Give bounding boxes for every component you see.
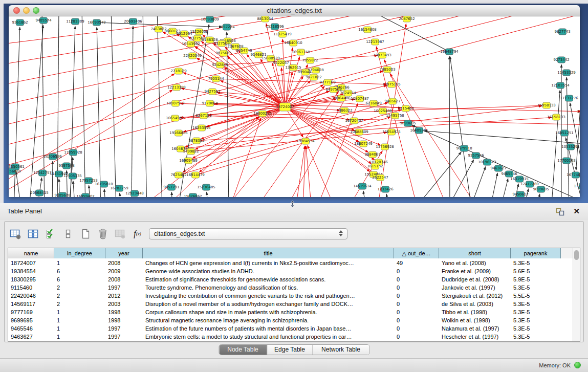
network-edge[interactable] bbox=[120, 193, 121, 197]
column-header-pagerank[interactable]: pagerank bbox=[511, 248, 561, 258]
table-cell[interactable]: 0 bbox=[394, 316, 439, 324]
close-panel-icon[interactable]: ✕ bbox=[573, 207, 580, 216]
table-cell[interactable]: 5.3E-5 bbox=[511, 333, 561, 341]
network-edge[interactable] bbox=[450, 56, 472, 197]
scrollbar-thumb[interactable] bbox=[574, 250, 579, 260]
window-titlebar[interactable]: citations_edges.txt bbox=[9, 5, 580, 16]
table-cell[interactable]: 5.6E-5 bbox=[511, 267, 561, 275]
table-cell[interactable]: 1998 bbox=[105, 308, 143, 316]
network-edge[interactable] bbox=[500, 179, 508, 197]
network-edge[interactable] bbox=[171, 192, 172, 197]
table-cell[interactable]: 14569117 bbox=[8, 300, 54, 308]
show-column-icon[interactable] bbox=[26, 227, 40, 241]
table-cell[interactable]: 5.3E-5 bbox=[511, 300, 561, 308]
table-cell[interactable]: 0 bbox=[394, 333, 439, 341]
network-edge[interactable] bbox=[104, 189, 106, 197]
table-cell[interactable]: 2009 bbox=[105, 267, 143, 275]
table-cell[interactable]: Franke et al. (2009) bbox=[439, 267, 511, 275]
table-row[interactable]: 1938455462009Genome-wide association stu… bbox=[8, 267, 574, 275]
network-edge[interactable] bbox=[9, 16, 387, 85]
zoom-window-button[interactable] bbox=[33, 7, 39, 14]
table-cell[interactable]: 1 bbox=[54, 308, 105, 316]
network-edge[interactable] bbox=[73, 181, 75, 197]
table-cell[interactable]: 1997 bbox=[105, 324, 143, 333]
table-cell[interactable]: Embryonic stem cells: a model to study s… bbox=[143, 333, 394, 341]
table-cell[interactable]: 5.9E-5 bbox=[511, 275, 561, 283]
network-edge[interactable] bbox=[303, 146, 306, 197]
table-row[interactable]: 969969511998Structural magnetic resonanc… bbox=[8, 316, 574, 324]
table-cell[interactable]: 5.3E-5 bbox=[511, 316, 561, 324]
table-cell[interactable]: 0 bbox=[394, 300, 439, 308]
table-cell[interactable]: 0 bbox=[394, 292, 439, 300]
table-cell[interactable]: Corpus callosum shape and size in male p… bbox=[143, 308, 394, 316]
table-cell[interactable]: 2003 bbox=[105, 300, 143, 308]
column-header-in_degree[interactable]: in_degree bbox=[54, 248, 105, 258]
table-cell[interactable]: Nakamura et al. (1997) bbox=[439, 324, 511, 333]
table-cell[interactable]: 0 bbox=[394, 275, 439, 283]
table-cell[interactable]: Estimation of significance thresholds fo… bbox=[143, 275, 394, 283]
table-cell[interactable]: 5.3E-5 bbox=[511, 308, 561, 316]
row-selection-icon[interactable] bbox=[61, 227, 75, 241]
network-edge[interactable] bbox=[220, 79, 387, 84]
network-edge[interactable] bbox=[82, 16, 85, 197]
table-cell[interactable]: 6 bbox=[54, 275, 105, 283]
table-cell[interactable]: 5.3E-5 bbox=[511, 324, 561, 333]
column-header-short[interactable]: short bbox=[439, 248, 511, 258]
network-edge[interactable] bbox=[449, 56, 450, 197]
network-edge[interactable] bbox=[97, 27, 101, 197]
table-cell[interactable]: 5.5E-5 bbox=[511, 292, 561, 300]
delete-column-icon[interactable] bbox=[96, 227, 110, 241]
table-cell[interactable]: 18724007 bbox=[8, 259, 54, 267]
network-edge[interactable] bbox=[413, 152, 461, 197]
network-edge[interactable] bbox=[157, 16, 162, 197]
network-edge[interactable] bbox=[469, 166, 486, 197]
table-row[interactable]: 911546021997Tourette syndrome. Phenomeno… bbox=[8, 283, 574, 292]
table-cell[interactable]: Yano et al. (2008) bbox=[439, 259, 511, 267]
table-cell[interactable]: 2 bbox=[54, 300, 105, 308]
network-edge[interactable] bbox=[57, 16, 59, 197]
network-edge[interactable] bbox=[207, 192, 208, 197]
table-row[interactable]: 977716911998Corpus callosum shape and si… bbox=[8, 308, 574, 316]
table-row[interactable]: 1456911722003Disruption of a novel membe… bbox=[8, 300, 574, 308]
function-builder-icon[interactable]: f(x) bbox=[130, 227, 144, 241]
network-edge[interactable] bbox=[52, 161, 53, 197]
table-cell[interactable]: Changes of HCN gene expression and I(f) … bbox=[143, 259, 394, 267]
table-cell[interactable]: 49 bbox=[394, 259, 439, 267]
table-cell[interactable]: 19384554 bbox=[8, 267, 54, 275]
network-edge[interactable] bbox=[143, 16, 147, 197]
tab-node-table[interactable]: Node Table bbox=[219, 345, 267, 355]
memory-status-indicator[interactable] bbox=[574, 362, 581, 368]
table-cell[interactable]: Jankovic et al. (1997) bbox=[439, 283, 511, 292]
network-edge[interactable] bbox=[111, 16, 116, 197]
network-edge[interactable] bbox=[178, 24, 209, 197]
network-edge[interactable] bbox=[308, 145, 336, 197]
table-cell[interactable]: Stergiakouli et al. (2012) bbox=[439, 292, 511, 300]
network-edge[interactable] bbox=[132, 26, 133, 197]
select-all-icon[interactable] bbox=[43, 227, 57, 241]
table-cell[interactable]: 9465546 bbox=[8, 324, 54, 333]
table-cell[interactable]: 5.3E-5 bbox=[511, 259, 561, 267]
table-options-icon[interactable] bbox=[9, 227, 23, 241]
table-row[interactable]: 946362711997Embryonic stem cells: a mode… bbox=[8, 333, 574, 341]
table-row[interactable]: 946554611997Estimation of the future num… bbox=[8, 324, 574, 333]
network-edge[interactable] bbox=[289, 107, 340, 110]
table-cell[interactable]: 2008 bbox=[105, 259, 143, 267]
table-cell[interactable]: 0 bbox=[394, 267, 439, 275]
network-edge[interactable] bbox=[214, 103, 580, 112]
table-cell[interactable]: 1 bbox=[54, 259, 105, 267]
network-edge[interactable] bbox=[224, 56, 378, 65]
table-cell[interactable]: Tourette syndrome. Phenomenology and cla… bbox=[143, 283, 394, 292]
table-row[interactable]: 1872400712008Changes of HCN gene express… bbox=[8, 259, 574, 267]
network-edge[interactable] bbox=[363, 191, 367, 197]
table-cell[interactable]: 1997 bbox=[105, 283, 143, 292]
table-cell[interactable]: 0 bbox=[394, 308, 439, 316]
vertical-scrollbar[interactable] bbox=[573, 248, 580, 341]
network-edge[interactable] bbox=[229, 118, 261, 197]
table-cell[interactable]: 9463627 bbox=[8, 333, 54, 341]
table-cell[interactable]: 2008 bbox=[105, 275, 143, 283]
table-cell[interactable]: de Silva et al. (2003) bbox=[439, 300, 511, 308]
table-cell[interactable]: 18300295 bbox=[8, 275, 54, 283]
network-edge[interactable] bbox=[9, 16, 580, 167]
table-cell[interactable]: Structural magnetic resonance image aver… bbox=[143, 316, 394, 324]
table-row[interactable]: 1830029562008Estimation of significance … bbox=[8, 275, 574, 283]
